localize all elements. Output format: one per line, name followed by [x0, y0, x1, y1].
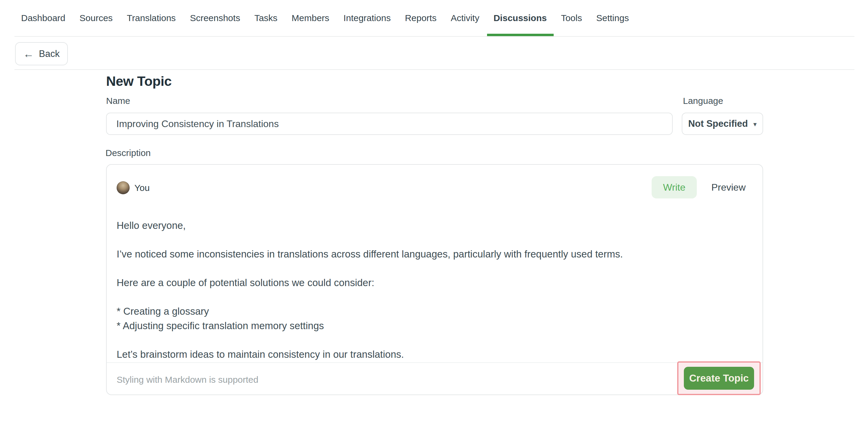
author-label: You [134, 183, 150, 193]
nav-item-settings[interactable]: Settings [596, 0, 629, 36]
language-dropdown[interactable]: Not Specified ▾ [682, 112, 763, 135]
nav-item-activity[interactable]: Activity [451, 0, 479, 36]
top-nav: Dashboard Sources Translations Screensho… [0, 0, 868, 37]
page-title: New Topic [106, 73, 172, 89]
body-line: Hello everyone, [117, 220, 186, 231]
name-input[interactable] [106, 112, 673, 135]
body-line: Let’s brainstorm ideas to maintain consi… [117, 349, 404, 360]
language-label: Language [683, 96, 723, 106]
editor-footer-divider [107, 362, 763, 363]
nav-item-reports[interactable]: Reports [405, 0, 436, 36]
chevron-down-icon: ▾ [753, 121, 757, 128]
nav-item-screenshots[interactable]: Screenshots [190, 0, 240, 36]
create-topic-button[interactable]: Create Topic [684, 367, 754, 390]
back-bar: ← Back [0, 37, 868, 70]
tab-write[interactable]: Write [652, 176, 697, 198]
nav-item-tools[interactable]: Tools [561, 0, 582, 36]
body-line: * Adjusting specific translation memory … [117, 319, 750, 333]
body-line: I’ve noticed some inconsistencies in tra… [117, 249, 623, 260]
nav-tabs: Dashboard Sources Translations Screensho… [21, 0, 629, 36]
body-line: Here are a couple of potential solutions… [117, 277, 374, 288]
back-label: Back [39, 48, 60, 59]
tab-preview[interactable]: Preview [711, 182, 746, 193]
description-label: Description [105, 148, 151, 158]
nav-item-discussions[interactable]: Discussions [493, 0, 547, 36]
nav-item-integrations[interactable]: Integrations [344, 0, 391, 36]
back-button[interactable]: ← Back [15, 42, 68, 65]
name-label: Name [106, 96, 130, 106]
editor-tabs: Write Preview [652, 176, 746, 198]
nav-item-tasks[interactable]: Tasks [254, 0, 278, 36]
avatar [117, 181, 130, 194]
back-bar-divider [14, 69, 855, 70]
description-textarea[interactable]: Hello everyone, I’ve noticed some incons… [117, 218, 750, 362]
description-editor-panel: You Write Preview Hello everyone, I’ve n… [106, 164, 763, 395]
language-value: Not Specified [688, 118, 748, 129]
nav-item-dashboard[interactable]: Dashboard [21, 0, 65, 36]
app-window: Dashboard Sources Translations Screensho… [0, 0, 868, 421]
annotation-highlight-box: Create Topic [677, 361, 761, 395]
markdown-hint: Styling with Markdown is supported [117, 373, 258, 387]
nav-item-members[interactable]: Members [292, 0, 330, 36]
nav-item-translations[interactable]: Translations [127, 0, 176, 36]
nav-item-sources[interactable]: Sources [80, 0, 113, 36]
body-line: * Creating a glossary [117, 304, 750, 319]
arrow-left-icon: ← [23, 48, 34, 59]
